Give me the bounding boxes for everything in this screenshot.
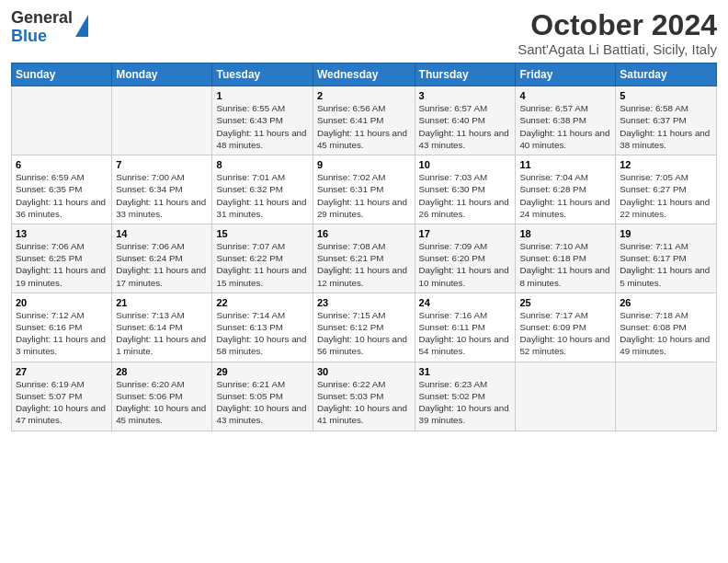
day-info: Sunrise: 7:11 AM Sunset: 6:17 PM Dayligh… (620, 240, 712, 289)
calendar-cell: 17Sunrise: 7:09 AM Sunset: 6:20 PM Dayli… (415, 224, 516, 293)
calendar-cell: 8Sunrise: 7:01 AM Sunset: 6:32 PM Daylig… (212, 155, 313, 224)
day-number: 5 (620, 90, 712, 101)
calendar-cell: 25Sunrise: 7:17 AM Sunset: 6:09 PM Dayli… (516, 293, 616, 362)
day-number: 12 (620, 159, 712, 170)
day-number: 19 (620, 228, 712, 239)
logo-blue: Blue (11, 28, 73, 46)
calendar-cell: 24Sunrise: 7:16 AM Sunset: 6:11 PM Dayli… (415, 293, 516, 362)
calendar-cell: 20Sunrise: 7:12 AM Sunset: 6:16 PM Dayli… (12, 293, 112, 362)
calendar-week-4: 20Sunrise: 7:12 AM Sunset: 6:16 PM Dayli… (12, 293, 717, 362)
day-number: 31 (419, 366, 512, 377)
calendar-cell: 30Sunrise: 6:22 AM Sunset: 5:03 PM Dayli… (313, 362, 415, 431)
calendar-cell: 22Sunrise: 7:14 AM Sunset: 6:13 PM Dayli… (212, 293, 313, 362)
calendar-cell: 9Sunrise: 7:02 AM Sunset: 6:31 PM Daylig… (313, 155, 415, 224)
title-block: October 2024 Sant'Agata Li Battiati, Sic… (518, 9, 717, 57)
day-info: Sunrise: 7:12 AM Sunset: 6:16 PM Dayligh… (16, 309, 108, 358)
day-number: 22 (216, 297, 308, 308)
col-monday: Monday (112, 63, 212, 86)
day-number: 7 (116, 159, 208, 170)
calendar-week-3: 13Sunrise: 7:06 AM Sunset: 6:25 PM Dayli… (12, 224, 717, 293)
calendar-title: October 2024 (518, 9, 717, 41)
day-info: Sunrise: 7:05 AM Sunset: 6:27 PM Dayligh… (620, 171, 712, 220)
day-number: 10 (419, 159, 512, 170)
day-info: Sunrise: 7:18 AM Sunset: 6:08 PM Dayligh… (620, 309, 712, 358)
calendar-week-2: 6Sunrise: 6:59 AM Sunset: 6:35 PM Daylig… (12, 155, 717, 224)
day-info: Sunrise: 7:06 AM Sunset: 6:25 PM Dayligh… (16, 240, 108, 289)
calendar-cell: 28Sunrise: 6:20 AM Sunset: 5:06 PM Dayli… (112, 362, 212, 431)
day-info: Sunrise: 6:23 AM Sunset: 5:02 PM Dayligh… (419, 378, 512, 427)
day-info: Sunrise: 6:21 AM Sunset: 5:05 PM Dayligh… (216, 378, 308, 427)
day-number: 16 (317, 228, 411, 239)
logo-general: General (11, 9, 73, 28)
day-info: Sunrise: 7:07 AM Sunset: 6:22 PM Dayligh… (216, 240, 308, 289)
col-thursday: Thursday (415, 63, 516, 86)
col-friday: Friday (516, 63, 616, 86)
day-number: 28 (116, 366, 208, 377)
day-info: Sunrise: 7:03 AM Sunset: 6:30 PM Dayligh… (419, 171, 512, 220)
logo: General Blue (11, 9, 88, 46)
day-info: Sunrise: 6:20 AM Sunset: 5:06 PM Dayligh… (116, 378, 208, 427)
day-info: Sunrise: 7:15 AM Sunset: 6:12 PM Dayligh… (317, 309, 411, 358)
calendar-cell: 1Sunrise: 6:55 AM Sunset: 6:43 PM Daylig… (212, 86, 313, 155)
day-number: 25 (519, 297, 611, 308)
day-number: 27 (16, 366, 108, 377)
calendar-week-1: 1Sunrise: 6:55 AM Sunset: 6:43 PM Daylig… (12, 86, 717, 155)
day-info: Sunrise: 7:13 AM Sunset: 6:14 PM Dayligh… (116, 309, 208, 358)
calendar-cell: 12Sunrise: 7:05 AM Sunset: 6:27 PM Dayli… (616, 155, 717, 224)
calendar-cell: 18Sunrise: 7:10 AM Sunset: 6:18 PM Dayli… (516, 224, 616, 293)
day-info: Sunrise: 6:56 AM Sunset: 6:41 PM Dayligh… (317, 102, 411, 151)
main-container: General Blue October 2024 Sant'Agata Li … (0, 0, 728, 439)
day-number: 4 (519, 90, 611, 101)
calendar-cell: 13Sunrise: 7:06 AM Sunset: 6:25 PM Dayli… (12, 224, 112, 293)
calendar-cell: 4Sunrise: 6:57 AM Sunset: 6:38 PM Daylig… (516, 86, 616, 155)
calendar-cell: 15Sunrise: 7:07 AM Sunset: 6:22 PM Dayli… (212, 224, 313, 293)
calendar-cell: 29Sunrise: 6:21 AM Sunset: 5:05 PM Dayli… (212, 362, 313, 431)
calendar-cell: 10Sunrise: 7:03 AM Sunset: 6:30 PM Dayli… (415, 155, 516, 224)
day-info: Sunrise: 6:55 AM Sunset: 6:43 PM Dayligh… (216, 102, 308, 151)
day-number: 23 (317, 297, 411, 308)
day-number: 11 (519, 159, 611, 170)
day-number: 20 (16, 297, 108, 308)
col-sunday: Sunday (12, 63, 112, 86)
calendar-cell (616, 362, 717, 431)
logo-triangle (75, 15, 88, 37)
day-number: 17 (419, 228, 512, 239)
calendar-cell: 14Sunrise: 7:06 AM Sunset: 6:24 PM Dayli… (112, 224, 212, 293)
header-row: Sunday Monday Tuesday Wednesday Thursday… (12, 63, 717, 86)
calendar-header: Sunday Monday Tuesday Wednesday Thursday… (12, 63, 717, 86)
day-number: 26 (620, 297, 712, 308)
day-number: 18 (519, 228, 611, 239)
calendar-cell: 11Sunrise: 7:04 AM Sunset: 6:28 PM Dayli… (516, 155, 616, 224)
day-number: 3 (419, 90, 512, 101)
day-number: 24 (419, 297, 512, 308)
day-number: 6 (16, 159, 108, 170)
day-info: Sunrise: 7:16 AM Sunset: 6:11 PM Dayligh… (419, 309, 512, 358)
header: General Blue October 2024 Sant'Agata Li … (11, 9, 717, 57)
calendar-cell: 31Sunrise: 6:23 AM Sunset: 5:02 PM Dayli… (415, 362, 516, 431)
calendar-cell: 7Sunrise: 7:00 AM Sunset: 6:34 PM Daylig… (112, 155, 212, 224)
col-tuesday: Tuesday (212, 63, 313, 86)
day-number: 15 (216, 228, 308, 239)
calendar-cell: 21Sunrise: 7:13 AM Sunset: 6:14 PM Dayli… (112, 293, 212, 362)
day-info: Sunrise: 6:19 AM Sunset: 5:07 PM Dayligh… (16, 378, 108, 427)
calendar-cell (12, 86, 112, 155)
calendar-cell: 5Sunrise: 6:58 AM Sunset: 6:37 PM Daylig… (616, 86, 717, 155)
day-info: Sunrise: 6:58 AM Sunset: 6:37 PM Dayligh… (620, 102, 712, 151)
day-number: 2 (317, 90, 411, 101)
day-info: Sunrise: 7:17 AM Sunset: 6:09 PM Dayligh… (519, 309, 611, 358)
calendar-cell: 23Sunrise: 7:15 AM Sunset: 6:12 PM Dayli… (313, 293, 415, 362)
calendar-cell: 3Sunrise: 6:57 AM Sunset: 6:40 PM Daylig… (415, 86, 516, 155)
day-number: 14 (116, 228, 208, 239)
calendar-cell: 26Sunrise: 7:18 AM Sunset: 6:08 PM Dayli… (616, 293, 717, 362)
calendar-body: 1Sunrise: 6:55 AM Sunset: 6:43 PM Daylig… (12, 86, 717, 431)
day-info: Sunrise: 7:08 AM Sunset: 6:21 PM Dayligh… (317, 240, 411, 289)
calendar-cell (516, 362, 616, 431)
day-info: Sunrise: 7:00 AM Sunset: 6:34 PM Dayligh… (116, 171, 208, 220)
day-info: Sunrise: 6:57 AM Sunset: 6:38 PM Dayligh… (519, 102, 611, 151)
day-number: 29 (216, 366, 308, 377)
day-number: 1 (216, 90, 308, 101)
col-wednesday: Wednesday (313, 63, 415, 86)
day-info: Sunrise: 7:14 AM Sunset: 6:13 PM Dayligh… (216, 309, 308, 358)
col-saturday: Saturday (616, 63, 717, 86)
calendar-cell: 2Sunrise: 6:56 AM Sunset: 6:41 PM Daylig… (313, 86, 415, 155)
